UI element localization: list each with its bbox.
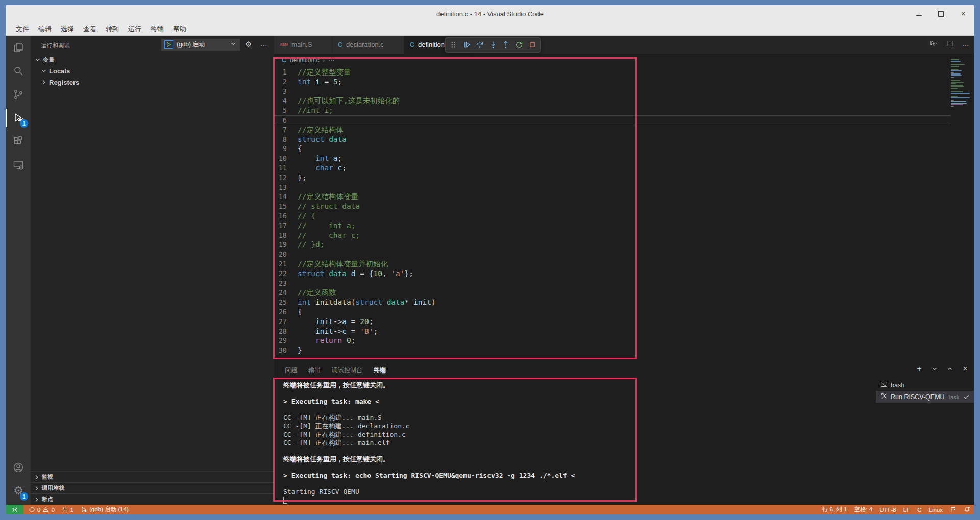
code-line[interactable]: 26{ (274, 307, 950, 317)
code-line[interactable]: 16// { (274, 211, 950, 221)
code-line[interactable]: 29 return 0; (274, 336, 950, 345)
menu-item-转到[interactable]: 转到 (101, 22, 124, 35)
code-line[interactable]: 23 (274, 279, 950, 288)
close-button[interactable]: × (960, 10, 967, 17)
code-line[interactable]: 21//定义结构体变量并初始化 (274, 259, 950, 269)
locals-node[interactable]: Locals (31, 65, 274, 77)
minimize-button[interactable] (916, 12, 922, 16)
split-editor-icon[interactable] (946, 39, 954, 50)
sidebar-more-actions-icon[interactable]: ⋯ (260, 41, 268, 49)
panel-tab-调试控制台[interactable]: 调试控制台 (326, 362, 368, 378)
code-line[interactable]: 11 char c; (274, 163, 950, 173)
running-tasks[interactable]: 1 (58, 505, 77, 514)
minimap[interactable] (951, 59, 971, 107)
debug-status[interactable]: (gdb) 启动 (14) (77, 505, 132, 514)
menu-item-编辑[interactable]: 编辑 (34, 22, 56, 35)
code-line[interactable]: 6 (274, 115, 950, 125)
source-control-icon[interactable] (6, 83, 31, 106)
code-line[interactable]: 2int i = 5; (274, 77, 950, 87)
terminal-output[interactable]: 终端将被任务重用，按任意键关闭。> Executing task: make <… (283, 381, 872, 505)
code-line[interactable]: 10 int a; (274, 154, 950, 163)
extensions-icon[interactable] (6, 130, 31, 153)
cursor-position[interactable]: 行 6, 列 1 (819, 505, 851, 514)
code-line[interactable]: 12}; (274, 173, 950, 183)
code-line[interactable]: 15// struct data (274, 202, 950, 211)
code-line[interactable]: 7//定义结构体 (274, 125, 950, 135)
feedback[interactable] (946, 505, 960, 514)
terminal-dropdown-icon[interactable] (930, 365, 939, 373)
code-line[interactable]: 20 (274, 250, 950, 259)
toolbar-drag-handle[interactable] (448, 39, 459, 51)
search-icon[interactable] (6, 59, 31, 83)
terminal-instance-bash[interactable]: bash (876, 379, 974, 391)
code-line[interactable]: 19// }d; (274, 240, 950, 250)
debug-toolbar (445, 37, 541, 53)
panel-tab-终端[interactable]: 终端 (368, 362, 391, 378)
code-line[interactable]: 3 (274, 87, 950, 96)
menu-item-运行[interactable]: 运行 (124, 22, 146, 35)
settings-gear-icon[interactable]: ⚙ 1 (6, 479, 31, 503)
close-panel-icon[interactable]: × (961, 365, 969, 373)
more-actions-icon[interactable]: ⋯ (962, 41, 970, 49)
code-line[interactable]: 17// int a; (274, 221, 950, 231)
debug-gear-icon[interactable]: ⚙ (245, 40, 252, 49)
explorer-icon[interactable] (6, 36, 31, 59)
restart-icon[interactable] (513, 39, 525, 51)
sidebar-section-断点[interactable]: 断点 (31, 493, 274, 505)
menu-item-选择[interactable]: 选择 (56, 22, 79, 35)
maximize-panel-icon[interactable] (946, 365, 954, 373)
variables-section[interactable]: 变量 (31, 54, 274, 65)
step-out-icon[interactable] (500, 39, 511, 51)
notifications[interactable] (960, 505, 974, 514)
panel-tab-输出[interactable]: 输出 (303, 362, 326, 378)
code-editor[interactable]: 1//定义整型变量2int i = 5;34//也可以如下,这是未初始化的5//… (274, 67, 950, 362)
remote-explorer-icon[interactable] (6, 153, 31, 177)
encoding[interactable]: UTF-8 (876, 505, 900, 514)
code-line[interactable]: 24//定义函数 (274, 288, 950, 298)
code-line[interactable]: 5//int i; (274, 106, 950, 115)
sidebar-section-监视[interactable]: 监视 (31, 471, 274, 482)
menu-item-文件[interactable]: 文件 (11, 22, 34, 35)
breadcrumb[interactable]: C definition.c › ⋯ (274, 54, 974, 67)
token (342, 336, 347, 344)
code-line[interactable]: 1//定义整型变量 (274, 67, 950, 77)
panel-tab-问题[interactable]: 问题 (279, 362, 303, 378)
code-line[interactable]: 14//定义结构体变量 (274, 192, 950, 202)
menu-item-查看[interactable]: 查看 (79, 22, 101, 35)
language-mode[interactable]: C (914, 505, 925, 514)
start-debugging-icon[interactable] (164, 40, 173, 49)
variables-label: 变量 (43, 56, 55, 64)
code-line[interactable]: 30} (274, 345, 950, 355)
os-indicator[interactable]: Linux (925, 505, 947, 514)
accounts-icon[interactable] (6, 456, 31, 479)
run-or-debug-icon[interactable] (929, 39, 938, 50)
stop-icon[interactable] (527, 39, 538, 51)
eol[interactable]: LF (900, 505, 914, 514)
code-line[interactable]: 13 (274, 183, 950, 192)
tab-declaration.c[interactable]: Cdeclaration.c (332, 36, 404, 54)
maximize-button[interactable] (938, 11, 944, 17)
continue-icon[interactable] (461, 39, 472, 51)
code-line[interactable]: 9{ (274, 144, 950, 154)
menu-item-帮助[interactable]: 帮助 (168, 22, 191, 35)
run-and-debug-icon[interactable]: 1 (6, 106, 31, 130)
remote-indicator[interactable] (6, 505, 23, 514)
registers-node[interactable]: Registers (31, 77, 274, 88)
code-line[interactable]: 25int initdata(struct data* init) (274, 298, 950, 307)
menu-item-终端[interactable]: 终端 (146, 22, 168, 35)
indentation[interactable]: 空格: 4 (850, 505, 876, 514)
code-line[interactable]: 18// char c; (274, 231, 950, 240)
problems[interactable]: 00 (25, 505, 58, 514)
code-line[interactable]: 28 init->c = 'B'; (274, 327, 950, 336)
code-line[interactable]: 22struct data d = {10, 'a'}; (274, 269, 950, 279)
tab-main.S[interactable]: ASMmain.S (274, 36, 332, 54)
sidebar-section-调用堆栈[interactable]: 调用堆栈 (31, 482, 274, 493)
debug-config-dropdown[interactable]: (gdb) 启动 (161, 38, 240, 51)
step-over-icon[interactable] (474, 39, 485, 51)
code-line[interactable]: 27 init->a = 20; (274, 317, 950, 327)
step-into-icon[interactable] (487, 39, 499, 51)
code-line[interactable]: 8struct data (274, 135, 950, 144)
new-terminal-icon[interactable]: + (915, 365, 923, 373)
code-line[interactable]: 4//也可以如下,这是未初始化的 (274, 96, 950, 106)
terminal-instance-Run RISCV-QEMU[interactable]: Run RISCV-QEMUTask (876, 391, 974, 403)
